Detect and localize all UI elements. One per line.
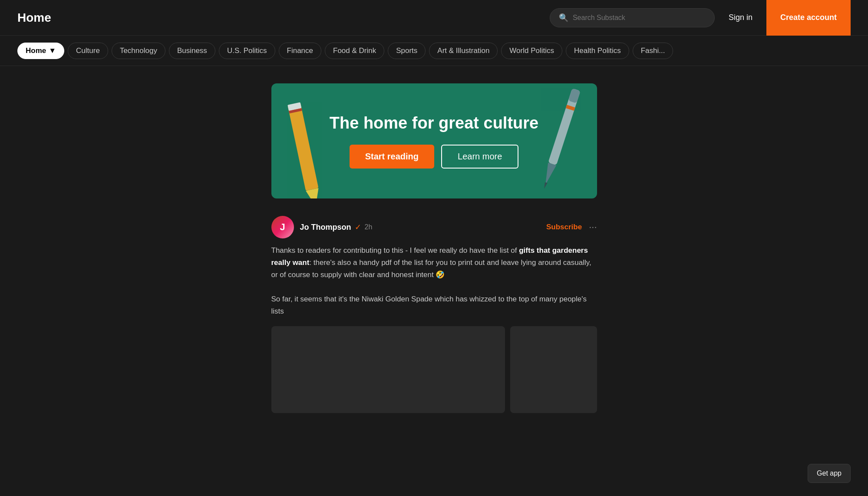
svg-rect-0 — [287, 103, 318, 191]
search-icon: 🔍 — [559, 13, 568, 23]
nav-item-world-politics[interactable]: World Politics — [501, 43, 562, 59]
main-content: The home for great culture Start reading… — [0, 66, 868, 430]
svg-rect-5 — [568, 88, 580, 103]
verified-badge: ✓ — [355, 222, 361, 232]
nav-item-us-politics[interactable]: U.S. Politics — [219, 43, 275, 59]
search-bar[interactable]: 🔍 — [550, 8, 715, 27]
nav-label-technology: Technology — [120, 46, 157, 55]
site-logo: Home — [17, 11, 51, 25]
svg-marker-7 — [543, 182, 547, 189]
post-container: J Jo Thompson ✓ 2h Subscribe ··· Thanks … — [271, 216, 597, 413]
create-account-button[interactable]: Create account — [766, 0, 851, 36]
nav-label-finance: Finance — [287, 46, 313, 55]
nav-item-food-drink[interactable]: Food & Drink — [325, 43, 384, 59]
nav-label-art-illustration: Art & Illustration — [437, 46, 489, 55]
nav-label-food-drink: Food & Drink — [333, 46, 376, 55]
post-author-left: J Jo Thompson ✓ 2h — [271, 216, 373, 238]
nav-label-us-politics: U.S. Politics — [227, 46, 267, 55]
post-image-2 — [510, 326, 597, 413]
pencil-illustration — [276, 94, 337, 198]
author-info: Jo Thompson ✓ 2h — [300, 222, 373, 232]
post-bold-text: gifts that gardeners really want — [271, 246, 588, 267]
nav-label-health-politics: Health Politics — [574, 46, 621, 55]
post-actions: Subscribe ··· — [546, 222, 597, 233]
nav-item-sports[interactable]: Sports — [388, 43, 426, 59]
nav-item-technology[interactable]: Technology — [112, 43, 165, 59]
nav-item-fashion[interactable]: Fashi... — [633, 43, 673, 59]
hero-banner: The home for great culture Start reading… — [271, 83, 597, 198]
post-time: 2h — [365, 223, 373, 231]
header-right: 🔍 Sign in Create account — [550, 0, 851, 36]
search-input[interactable] — [573, 14, 706, 22]
header: Home 🔍 Sign in Create account — [0, 0, 868, 36]
nav-item-finance[interactable]: Finance — [279, 43, 321, 59]
svg-marker-6 — [541, 162, 556, 186]
chevron-down-icon: ▼ — [49, 46, 56, 55]
nav-item-art-illustration[interactable]: Art & Illustration — [429, 43, 498, 59]
post-body: Thanks to readers for contributing to th… — [271, 245, 597, 317]
post-header: J Jo Thompson ✓ 2h Subscribe ··· — [271, 216, 597, 238]
nav-bar: Home ▼ Culture Technology Business U.S. … — [0, 36, 868, 66]
subscribe-button[interactable]: Subscribe — [546, 223, 582, 231]
get-app-button[interactable]: Get app — [808, 464, 851, 483]
nav-item-home[interactable]: Home ▼ — [17, 43, 64, 59]
post-image-1 — [271, 326, 505, 413]
nav-label-culture: Culture — [76, 46, 100, 55]
banner-buttons: Start reading Learn more — [350, 145, 519, 169]
nav-label-home: Home — [26, 46, 46, 55]
avatar: J — [271, 216, 294, 238]
post-text-2: So far, it seems that it's the Niwaki Go… — [271, 293, 597, 317]
nav-item-culture[interactable]: Culture — [68, 43, 108, 59]
nav-label-fashion: Fashi... — [641, 46, 665, 55]
nav-label-business: Business — [177, 46, 207, 55]
more-options-button[interactable]: ··· — [589, 222, 597, 233]
nav-item-business[interactable]: Business — [169, 43, 215, 59]
start-reading-button[interactable]: Start reading — [350, 145, 434, 169]
post-images — [271, 326, 597, 413]
nav-label-sports: Sports — [396, 46, 417, 55]
banner-title: The home for great culture — [330, 114, 538, 132]
avatar-image: J — [271, 216, 294, 238]
nav-label-world-politics: World Politics — [509, 46, 554, 55]
nav-item-health-politics[interactable]: Health Politics — [566, 43, 629, 59]
pen-illustration — [519, 83, 597, 198]
author-name: Jo Thompson — [300, 223, 351, 232]
signin-button[interactable]: Sign in — [722, 10, 759, 26]
learn-more-button[interactable]: Learn more — [441, 145, 518, 169]
post-text-1: Thanks to readers for contributing to th… — [271, 245, 597, 281]
